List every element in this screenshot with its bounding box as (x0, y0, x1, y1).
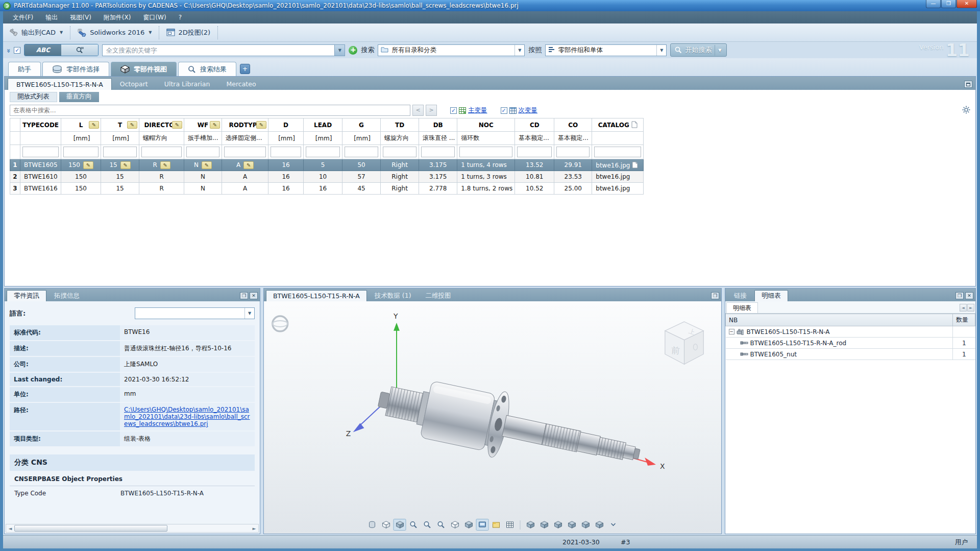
edit-pencil-icon[interactable]: ✎ (160, 161, 170, 169)
tab-bom[interactable]: 明细表 (754, 290, 788, 301)
table-cell[interactable]: 3.175 (419, 171, 457, 183)
table-cell[interactable]: Right (381, 183, 419, 195)
orbit-icon[interactable] (273, 316, 288, 331)
table-cell[interactable]: 2.778 (419, 183, 457, 195)
table-row[interactable]: 2BTWE161015015RNA161057Right3.1751 turns… (10, 171, 644, 183)
view-right-icon[interactable] (566, 519, 578, 531)
column-filter-input[interactable] (63, 147, 99, 157)
collapse-search-icon[interactable]: » (5, 49, 13, 52)
keyword-dropdown-icon[interactable]: ▼ (334, 44, 345, 56)
tab-tech-data[interactable]: 技术数据 (1) (368, 290, 418, 301)
project-path-link[interactable]: C:\Users\GHQ\Desktop\samlo_202101\samlo_… (124, 406, 250, 427)
column-header[interactable]: T✎ (101, 118, 139, 132)
text-search-toggle[interactable]: ABC (24, 44, 61, 56)
table-cell[interactable]: 3.175 (419, 159, 457, 171)
edit-pencil-icon[interactable]: ✎ (120, 161, 131, 169)
start-search-button[interactable]: 开始搜索 ▼ (670, 43, 727, 57)
table-cell[interactable]: 50 (342, 159, 381, 171)
edit-pencil-icon[interactable]: ✎ (210, 121, 220, 129)
table-cell[interactable]: N✎ (184, 159, 222, 171)
viewport-3d[interactable]: Y Z X (264, 301, 721, 534)
table-cell[interactable]: 45 (342, 183, 381, 195)
table-cell[interactable]: 5 (304, 159, 342, 171)
bom-scroll-left-icon[interactable]: ◄ (960, 304, 967, 312)
nav-tab-4[interactable]: 搜索结果 (178, 62, 236, 76)
table-cell[interactable]: Right (381, 171, 419, 183)
view-front-icon[interactable] (524, 519, 537, 531)
export-to-cad-button[interactable]: 输出到CAD ▼ (5, 26, 67, 39)
table-cell[interactable]: R✎ (139, 159, 184, 171)
table-cell[interactable]: R (139, 171, 184, 183)
table-row[interactable]: 3BTWE161615015RNA161645Right2.7781.8 tur… (10, 183, 644, 195)
part-tab-2[interactable]: Octopart (112, 78, 156, 90)
ball-screw-model[interactable] (373, 367, 646, 487)
column-filter-input[interactable] (22, 147, 59, 157)
edit-pencil-icon[interactable]: ✎ (243, 161, 254, 169)
edit-pencil-icon[interactable]: ✎ (127, 121, 137, 129)
table-maximize-icon[interactable] (964, 81, 972, 88)
secondary-vars-link[interactable]: 次变量 (519, 106, 538, 115)
table-row[interactable]: 1BTWE1605150✎15✎R✎N✎A✎16550Right3.1751 t… (10, 159, 644, 171)
2d-projection-button[interactable]: 2D投图(2) (162, 26, 214, 39)
table-cell[interactable]: 10.81 (515, 171, 554, 183)
column-header[interactable]: CATALOG (592, 118, 644, 132)
menu-item[interactable]: 输出 (40, 12, 63, 23)
table-cell[interactable]: A (222, 171, 268, 183)
nav-tab-3[interactable]: 零部件视图 (111, 62, 177, 76)
navigation-cube[interactable]: 前 上 (665, 322, 703, 364)
column-filter-input[interactable] (421, 147, 455, 157)
edit-pencil-icon[interactable]: ✎ (202, 161, 212, 169)
table-cell[interactable]: BTWE1610 (20, 171, 61, 183)
tab-open-list[interactable]: 開放式列表 (10, 92, 57, 102)
variable-search-toggle[interactable] (61, 44, 98, 56)
catalog-filter-dropdown-icon[interactable]: ▼ (514, 45, 524, 56)
part-tab-1[interactable]: BTWE1605-L150-T15-R-N-A (8, 78, 112, 90)
more-views-icon[interactable] (607, 519, 620, 531)
table-cell[interactable]: 15 (101, 183, 139, 195)
edit-pencil-icon[interactable]: ✎ (83, 161, 93, 169)
language-select[interactable]: ▼ (135, 307, 255, 319)
table-cell[interactable]: 1 turns, 4 rows (457, 159, 515, 171)
column-header[interactable]: LEAD (304, 118, 342, 132)
datasheet-view-icon[interactable] (366, 519, 379, 531)
menu-item[interactable]: 附加件(X) (98, 12, 137, 23)
nav-tab-2[interactable]: 零部件选择 (42, 62, 109, 76)
column-header[interactable]: D (268, 118, 304, 132)
zoom-window-icon[interactable] (435, 519, 448, 531)
table-cell[interactable]: R (139, 183, 184, 195)
table-cell[interactable]: 15✎ (101, 159, 139, 171)
transparent-view-icon[interactable] (380, 519, 393, 531)
table-cell[interactable]: btwe16.jpg (592, 159, 644, 171)
search-option-checkbox[interactable]: ✓ (14, 47, 20, 54)
bom-row[interactable]: BTWE1605_nut1 (726, 349, 975, 360)
column-header[interactable]: TD (381, 118, 419, 132)
edit-pencil-icon[interactable]: ✎ (89, 121, 99, 129)
table-cell[interactable]: btwe16.jpg (592, 183, 644, 195)
cad-system-dropdown-icon[interactable]: ▼ (149, 30, 152, 35)
table-cell[interactable]: 16 (268, 171, 304, 183)
cad-system-button[interactable]: Solidworks 2016 ▼ (74, 27, 156, 39)
table-search-input[interactable] (10, 105, 410, 116)
info-horizontal-scrollbar[interactable]: ◄ ► (6, 524, 259, 533)
preview-maximize-icon[interactable]: ❒ (711, 292, 719, 299)
table-cell[interactable]: BTWE1616 (20, 183, 61, 195)
column-header[interactable]: G (342, 118, 381, 132)
column-filter-input[interactable] (459, 147, 512, 157)
mode-filter-dropdown-icon[interactable]: ▼ (656, 45, 666, 56)
add-tab-button[interactable]: + (240, 64, 250, 74)
part-tab-3[interactable]: Ultra Librarian (156, 78, 218, 90)
wireframe-view-icon[interactable] (449, 519, 461, 531)
bom-name-cell[interactable]: −BTWE1605-L150-T15-R-N-A (726, 326, 953, 338)
primary-vars-link[interactable]: 主变量 (468, 106, 487, 115)
edit-pencil-icon[interactable]: ✎ (172, 121, 182, 129)
material-box-icon[interactable] (490, 519, 503, 531)
screen-view-icon[interactable] (476, 519, 489, 531)
zoom-sphere-icon[interactable] (421, 519, 434, 531)
secondary-vars-checkbox[interactable]: ✓ (501, 107, 507, 114)
column-header[interactable]: NOC (457, 118, 515, 132)
column-filter-input[interactable] (594, 147, 641, 157)
table-cell[interactable]: 1 turns, 3 rows (457, 171, 515, 183)
close-button[interactable]: ✕ (957, 0, 977, 8)
bom-scroll-right-icon[interactable]: ► (967, 304, 974, 312)
bom-subtab[interactable]: 明细表 (726, 302, 758, 313)
